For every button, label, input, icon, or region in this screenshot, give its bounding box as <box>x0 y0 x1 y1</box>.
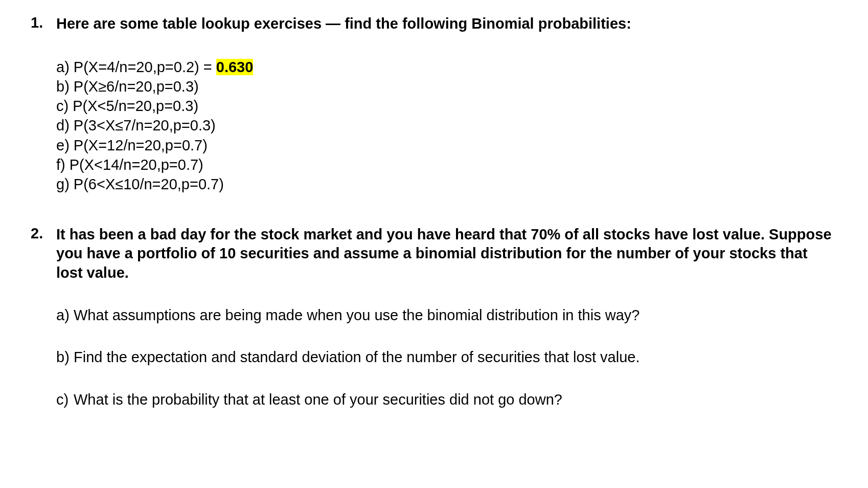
sub-list: a)What assumptions are being made when y… <box>56 306 837 409</box>
sub-label: a) <box>56 306 74 324</box>
sub-item-f: f) P(X<14/n=20,p=0.7) <box>56 155 837 174</box>
sub-item-c: c)What is the probability that at least … <box>56 391 837 409</box>
sub-label: b) <box>56 348 74 366</box>
question-number: 1. <box>31 14 56 31</box>
sub-label: c) <box>56 391 74 409</box>
sub-item-g: g) P(6<X≤10/n=20,p=0.7) <box>56 174 837 194</box>
question-content: Here are some table lookup exercises — f… <box>56 14 837 194</box>
question-content: It has been a bad day for the stock mark… <box>56 225 837 409</box>
question-title: It has been a bad day for the stock mark… <box>56 225 837 283</box>
sub-list: a) P(X=4/n=20,p=0.2) = 0.630 b) P(X≥6/n=… <box>56 57 837 194</box>
question-1: 1. Here are some table lookup exercises … <box>31 14 837 194</box>
sub-item-e: e) P(X=12/n=20,p=0.7) <box>56 136 837 155</box>
highlighted-answer: 0.630 <box>216 59 254 75</box>
sub-item-c: c) P(X<5/n=20,p=0.3) <box>56 96 837 116</box>
sub-text: Find the expectation and standard deviat… <box>74 349 640 365</box>
question-title: Here are some table lookup exercises — f… <box>56 14 837 34</box>
sub-item-a: a)What assumptions are being made when y… <box>56 306 837 324</box>
document-page: 1. Here are some table lookup exercises … <box>0 0 868 409</box>
sub-item-a-prefix: a) P(X=4/n=20,p=0.2) = <box>56 59 216 75</box>
question-2: 2. It has been a bad day for the stock m… <box>31 225 837 409</box>
sub-item-d: d) P(3<X≤7/n=20,p=0.3) <box>56 116 837 135</box>
sub-text: What assumptions are being made when you… <box>74 307 639 323</box>
sub-item-b: b) P(X≥6/n=20,p=0.3) <box>56 77 837 96</box>
sub-text: What is the probability that at least on… <box>74 391 562 408</box>
sub-item-a: a) P(X=4/n=20,p=0.2) = 0.630 <box>56 57 837 77</box>
question-number: 2. <box>31 225 56 242</box>
sub-item-b: b)Find the expectation and standard devi… <box>56 348 837 366</box>
